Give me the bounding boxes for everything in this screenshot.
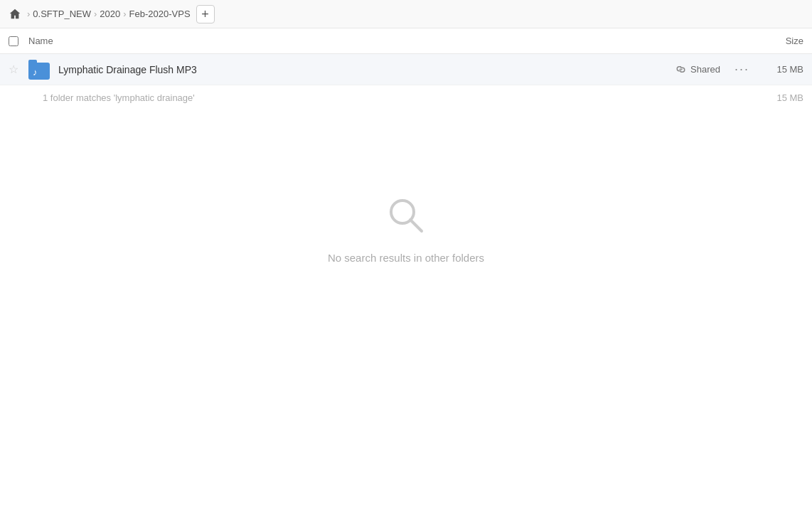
select-all-checkbox[interactable]: [9, 36, 18, 46]
column-header: Name Size: [0, 28, 812, 54]
music-note-icon: ♪: [33, 68, 38, 77]
home-icon: [9, 8, 21, 21]
matches-row: 1 folder matches 'lymphatic drainage' 15…: [0, 85, 812, 107]
empty-message: No search results in other folders: [328, 252, 484, 264]
column-name-header: Name: [28, 36, 747, 46]
shared-badge: Shared: [675, 64, 720, 75]
breadcrumb-sep-2: ›: [94, 9, 97, 19]
folder-body: ♪: [28, 63, 50, 80]
breadcrumb-sep-3: ›: [123, 9, 126, 19]
file-size: 15 MB: [761, 64, 803, 75]
add-breadcrumb-button[interactable]: +: [196, 5, 215, 23]
home-button[interactable]: [9, 8, 21, 21]
svg-line-1: [410, 220, 422, 231]
file-name: Lymphatic Drainage Flush MP3: [58, 64, 675, 75]
folder-icon-wrap: ♪: [28, 60, 51, 80]
link-icon: [675, 64, 686, 75]
empty-state: No search results in other folders: [0, 193, 812, 264]
more-options-button[interactable]: ···: [734, 62, 749, 77]
select-all-checkbox-wrap[interactable]: [9, 36, 28, 46]
breadcrumb-bar: › 0.SFTP_NEW › 2020 › Feb-2020-VPS +: [0, 0, 812, 28]
breadcrumb-item-sftp[interactable]: 0.SFTP_NEW: [33, 9, 91, 19]
breadcrumb-item-2020[interactable]: 2020: [100, 9, 120, 19]
search-empty-icon: [383, 193, 429, 238]
folder-icon: ♪: [28, 58, 51, 81]
star-button[interactable]: ☆: [9, 63, 26, 76]
matches-size: 15 MB: [776, 92, 803, 103]
file-row[interactable]: ☆ ♪ Lymphatic Drainage Flush MP3 Shared …: [0, 54, 812, 85]
empty-search-icon: [383, 193, 429, 240]
breadcrumb-sep-1: ›: [27, 9, 30, 19]
breadcrumb-item-feb[interactable]: Feb-2020-VPS: [129, 9, 191, 19]
column-size-header: Size: [747, 36, 803, 46]
matches-text: 1 folder matches 'lymphatic drainage': [43, 92, 195, 103]
shared-label: Shared: [690, 64, 720, 75]
